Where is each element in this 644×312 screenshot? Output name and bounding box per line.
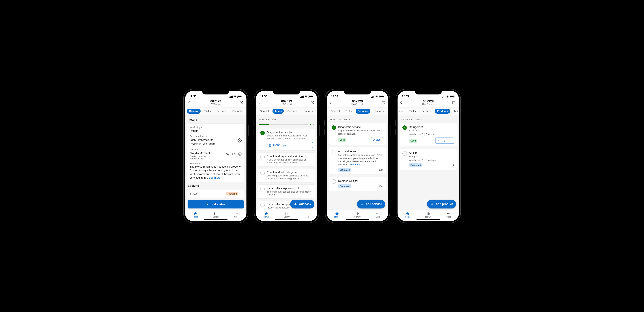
page-title: 007329 — [334, 100, 381, 103]
service-row[interactable]: ✓ Diagnostic service Inspect the HVAC sy… — [329, 123, 386, 145]
tab-products[interactable]: Products — [301, 109, 315, 114]
task-check-open-icon[interactable] — [260, 187, 265, 191]
add-task-button[interactable]: ＋ Add task — [290, 200, 314, 209]
edit-status-button[interactable]: Edit status — [188, 200, 244, 209]
tab-general[interactable]: General — [328, 109, 342, 114]
tab-products[interactable]: Products — [230, 109, 244, 114]
task-row[interactable]: Check and replace the air filter A dirty… — [258, 152, 315, 167]
product-sub1: Fiberglass — [409, 155, 454, 158]
task-check-open-icon[interactable] — [260, 171, 265, 175]
contact-title: Facilities Manager — [190, 155, 210, 158]
tab-general[interactable]: General — [258, 109, 271, 114]
home-indicator — [416, 219, 440, 220]
task-check-done-icon[interactable]: ✓ — [260, 131, 265, 135]
service-check-open-icon[interactable] — [332, 179, 336, 184]
svg-rect-27 — [374, 96, 374, 98]
summary-label: Summary — [190, 162, 242, 165]
nav-more[interactable]: More — [368, 210, 388, 220]
qty-plus-button[interactable]: ＋ — [448, 138, 454, 143]
nav-home[interactable]: Home — [256, 210, 276, 220]
tab-products[interactable]: Products — [372, 109, 386, 114]
tab-products[interactable]: Products — [435, 109, 450, 114]
tabs: General Tasks Services Products Ti — [256, 107, 317, 115]
tab-tasks[interactable]: Tasks — [343, 109, 354, 114]
tab-general[interactable]: eneral — [398, 109, 406, 114]
quantity-stepper[interactable]: − 1 ＋ — [435, 137, 454, 144]
task-desc: A dirty or clogged air filter can cause … — [267, 158, 313, 164]
tab-timeline[interactable]: Tim — [246, 109, 246, 114]
tab-services[interactable]: Services — [214, 109, 228, 114]
phone-general: 12:55 007329 HVAC repair — [183, 89, 248, 223]
service-title: Diagnostic service — [338, 125, 383, 129]
see-more-link[interactable]: see more — [350, 163, 360, 166]
booking-status-row[interactable]: Status Traveling › — [187, 189, 244, 198]
chat-icon[interactable] — [238, 152, 242, 156]
duration-button[interactable]: 20m — [371, 137, 383, 142]
progress-fill — [259, 124, 269, 125]
task-check-open-icon[interactable] — [260, 203, 265, 207]
product-row[interactable]: Air filter Fiberglass Warehouse B (10 in… — [400, 148, 457, 170]
open-external-button[interactable] — [310, 101, 315, 104]
nav-library[interactable]: Library — [347, 210, 368, 220]
task-desc: Ensure there are no obstructions in your… — [267, 134, 313, 140]
product-check-done-icon[interactable]: ✓ — [402, 125, 407, 130]
see-more-link[interactable]: See more — [209, 176, 220, 179]
svg-point-21 — [306, 213, 306, 214]
task-attachment[interactable]: HVAC repair — [267, 142, 313, 148]
service-address-label: Service address — [190, 135, 216, 137]
back-button[interactable] — [188, 101, 192, 104]
task-desc: Low refrigerant levels can cause an HVAC… — [267, 174, 313, 180]
task-row[interactable]: Check and add refrigerant Low refrigeran… — [258, 168, 315, 183]
task-row[interactable]: Inspect the evaporator coil The evaporat… — [258, 184, 315, 199]
nav-home[interactable]: Home — [398, 210, 418, 220]
tab-tasks[interactable]: Tasks — [407, 109, 418, 114]
service-row[interactable]: Add refrigerant Low refrigerant levels c… — [329, 147, 386, 175]
directions-icon[interactable] — [238, 138, 242, 143]
nav-home[interactable]: Home — [327, 210, 347, 220]
nav-library[interactable]: Library — [418, 210, 438, 220]
nav-more[interactable]: More — [438, 210, 459, 220]
back-button[interactable] — [400, 101, 404, 104]
nav-more[interactable]: More — [226, 210, 246, 220]
nav-more[interactable]: More — [297, 210, 317, 220]
tab-tasks[interactable]: Tasks — [202, 109, 213, 114]
nav-more-label: More — [234, 216, 238, 218]
nav-library[interactable]: Library — [206, 210, 226, 220]
add-product-button[interactable]: ＋ Add product — [427, 200, 456, 209]
service-row[interactable]: Replace air filter Estimated 15m — [329, 177, 386, 191]
product-row[interactable]: ✓ Refrigerant R-410A Warehouse B (10 in … — [400, 123, 457, 146]
svg-rect-13 — [300, 97, 301, 98]
svg-rect-5 — [238, 96, 241, 97]
device-notch — [344, 89, 371, 94]
svg-rect-34 — [442, 97, 442, 98]
svg-rect-0 — [230, 97, 230, 98]
tab-services[interactable]: Services — [420, 109, 434, 114]
back-button[interactable] — [329, 101, 334, 104]
nav-library[interactable]: Library — [276, 210, 297, 220]
svg-point-43 — [450, 213, 450, 214]
nav-home[interactable]: Home — [185, 210, 206, 220]
open-external-button[interactable] — [452, 101, 456, 104]
tab-timeline[interactable]: Ti — [388, 109, 388, 114]
page-title: 007329 — [192, 100, 240, 103]
tab-timeline[interactable]: Ti — [316, 109, 317, 114]
tab-services[interactable]: Services — [356, 109, 370, 114]
tab-services[interactable]: Services — [285, 109, 299, 114]
open-external-button[interactable] — [381, 101, 386, 104]
wifi-icon — [234, 96, 237, 98]
open-external-button[interactable] — [240, 101, 244, 104]
back-button[interactable] — [258, 101, 263, 104]
tab-general[interactable]: General — [187, 109, 200, 114]
task-row[interactable]: ✓ Diagnose the problem Ensure there are … — [258, 128, 315, 150]
product-check-open-icon[interactable] — [402, 151, 407, 156]
add-service-button[interactable]: ＋ Add service — [357, 200, 385, 209]
tab-tasks[interactable]: Tasks — [272, 109, 284, 114]
phone-icon[interactable] — [226, 152, 230, 156]
task-check-open-icon[interactable] — [260, 155, 265, 159]
qty-minus-button[interactable]: − — [436, 138, 442, 143]
task-title: Check and replace the air filter — [267, 155, 313, 158]
service-check-done-icon[interactable]: ✓ — [332, 125, 336, 130]
service-check-open-icon[interactable] — [332, 150, 336, 154]
tab-timeline[interactable]: Timel — [452, 109, 459, 114]
mail-icon[interactable] — [232, 152, 236, 156]
